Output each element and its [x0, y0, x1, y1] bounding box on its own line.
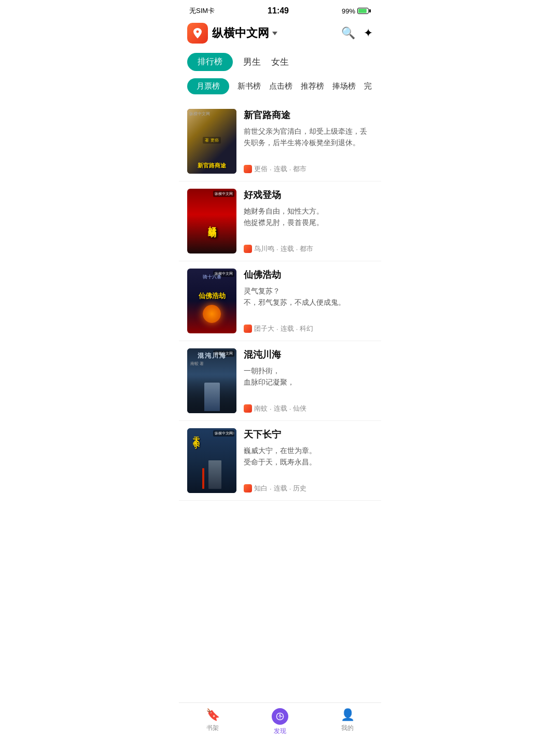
carrier-text: 无SIM卡: [189, 6, 215, 16]
filter-tab-monthly[interactable]: 月票榜: [187, 78, 229, 94]
cover3-moon: [203, 305, 221, 323]
time-text: 11:49: [268, 6, 289, 16]
chevron-down-icon: [272, 32, 277, 35]
svg-marker-3: [279, 716, 281, 720]
book-info-1: 新官路商途 前世父亲为官清白，却受上级牵连，丢失职务，后半生将冷板凳坐到退休。 …: [244, 109, 373, 174]
book-cover-4: 纵横中文网 混沌川海 南蛟 著: [187, 348, 236, 413]
book-status-1: 连载: [274, 164, 287, 174]
book-meta-1: 更俗 · 连载 · 都市: [244, 164, 373, 174]
book-author-2: 鸟川鸣: [254, 244, 274, 254]
book-info-3: 仙佛浩劫 灵气复苏？不，邪气复苏，不成人便成鬼。 团子大 · 连载 · 科幻: [244, 269, 373, 333]
book-status-2: 连载: [281, 244, 294, 254]
nav-item-bookshelf[interactable]: 🔖 书架: [194, 708, 231, 736]
book-meta-5: 知白 · 连载 · 历史: [244, 484, 373, 493]
book-status-5: 连载: [274, 484, 287, 493]
app-logo: [187, 23, 208, 44]
book-desc-2: 她财务自由，知性大方。他捉襟见肘，畏首畏尾。: [244, 205, 373, 239]
filter-tab-ranking[interactable]: 排行榜: [187, 53, 233, 71]
meta-logo-4: [244, 404, 252, 413]
book-author-4: 南蚊: [254, 404, 268, 413]
filter-tab-female[interactable]: 女生: [271, 56, 289, 68]
book-cover-5: 纵横中文网 天下长宁 Vol.8: [187, 428, 236, 493]
user-icon: 👤: [341, 708, 355, 722]
book-status-4: 连载: [274, 404, 287, 413]
filter-tab-support[interactable]: 捧场榜: [332, 81, 356, 91]
header-left: 纵横中文网: [187, 23, 277, 44]
grid-icon[interactable]: ✦: [363, 26, 373, 40]
battery-icon: [357, 8, 371, 14]
nav-label-mine: 我的: [341, 724, 354, 733]
book-title-2: 好戏登场: [244, 189, 373, 201]
list-item[interactable]: 纵横中文网 著 更俗 新官路商途 新官路商途 前世父亲为官清白，却受上级牵连，丢…: [179, 102, 381, 181]
book-title-3: 仙佛浩劫: [244, 269, 373, 281]
filter-row-2: 月票榜 新书榜 点击榜 推荐榜 捧场榜 完: [179, 74, 381, 100]
filter-tab-male[interactable]: 男生: [243, 56, 261, 68]
compass-icon: [272, 708, 288, 725]
app-name[interactable]: 纵横中文网: [212, 25, 277, 41]
status-bar: 无SIM卡 11:49 99%: [179, 0, 381, 19]
meta-logo-5: [244, 484, 252, 492]
meta-logo-1: [244, 165, 252, 173]
book-cover-2: 纵横中文网 好戏登场: [187, 189, 236, 254]
book-meta-4: 南蚊 · 连载 · 仙侠: [244, 404, 373, 413]
book-desc-4: 一朝扑街，血脉印记凝聚，: [244, 365, 373, 399]
book-title-1: 新官路商途: [244, 109, 373, 121]
book-genre-4: 仙侠: [293, 404, 306, 413]
book-author-1: 更俗: [254, 164, 268, 174]
book-cover-3: 纵横中文网 骑十六番 仙佛浩劫: [187, 269, 236, 333]
bookshelf-icon: 🔖: [206, 708, 220, 722]
list-item[interactable]: 纵横中文网 骑十六番 仙佛浩劫 仙佛浩劫 灵气复苏？不，邪气复苏，不成人便成鬼。…: [179, 261, 381, 341]
book-info-4: 混沌川海 一朝扑街，血脉印记凝聚， 南蚊 · 连载 · 仙侠: [244, 348, 373, 413]
nav-item-mine[interactable]: 👤 我的: [329, 708, 366, 736]
book-status-3: 连载: [281, 324, 294, 333]
search-icon[interactable]: 🔍: [341, 26, 355, 40]
book-genre-5: 历史: [293, 484, 306, 493]
book-title-5: 天下长宁: [244, 428, 373, 441]
book-genre-3: 科幻: [300, 324, 313, 333]
book-desc-1: 前世父亲为官清白，却受上级牵连，丢失职务，后半生将冷板凳坐到退休。: [244, 125, 373, 159]
nav-label-bookshelf: 书架: [206, 724, 219, 733]
list-item[interactable]: 纵横中文网 天下长宁 Vol.8 天下长宁 巍威大宁，在世为章。受命于天，既寿永…: [179, 421, 381, 501]
book-cover-1: 纵横中文网 著 更俗 新官路商途: [187, 109, 236, 174]
book-list: 纵横中文网 著 更俗 新官路商途 新官路商途 前世父亲为官清白，却受上级牵连，丢…: [179, 100, 381, 503]
list-item[interactable]: 纵横中文网 好戏登场 好戏登场 她财务自由，知性大方。他捉襟见肘，畏首畏尾。 鸟…: [179, 181, 381, 261]
svg-marker-4: [276, 716, 280, 717]
book-desc-5: 巍威大宁，在世为章。受命于天，既寿永昌。: [244, 445, 373, 478]
filter-row-1: 排行榜 男生 女生: [179, 50, 381, 74]
book-info-5: 天下长宁 巍威大宁，在世为章。受命于天，既寿永昌。 知白 · 连载 · 历史: [244, 428, 373, 493]
battery-area: 99%: [342, 7, 371, 15]
nav-item-discover[interactable]: 发现: [262, 708, 298, 736]
svg-marker-2: [280, 716, 284, 717]
book-info-2: 好戏登场 她财务自由，知性大方。他捉襟见肘，畏首畏尾。 鸟川鸣 · 连载 · 都…: [244, 189, 373, 254]
filter-tab-complete[interactable]: 完: [364, 81, 372, 91]
filter-tab-recommend[interactable]: 推荐榜: [301, 81, 324, 91]
book-genre-1: 都市: [293, 164, 306, 174]
book-author-5: 知白: [254, 484, 268, 493]
svg-marker-1: [279, 713, 281, 716]
book-title-4: 混沌川海: [244, 348, 373, 361]
filter-tab-clicks[interactable]: 点击榜: [269, 81, 292, 91]
book-meta-3: 团子大 · 连载 · 科幻: [244, 324, 373, 333]
battery-percent: 99%: [342, 7, 355, 15]
book-desc-3: 灵气复苏？不，邪气复苏，不成人便成鬼。: [244, 285, 373, 319]
meta-logo-3: [244, 325, 252, 333]
book-meta-2: 鸟川鸣 · 连载 · 都市: [244, 244, 373, 254]
nav-label-discover: 发现: [274, 727, 286, 736]
app-header: 纵横中文网 🔍 ✦: [179, 19, 381, 50]
header-right: 🔍 ✦: [341, 26, 373, 40]
filter-tab-newbooks[interactable]: 新书榜: [237, 81, 261, 91]
book-author-3: 团子大: [254, 324, 274, 333]
book-genre-2: 都市: [300, 244, 313, 254]
bottom-nav: 🔖 书架 发现 👤 我的: [179, 702, 381, 746]
list-item[interactable]: 纵横中文网 混沌川海 南蛟 著 混沌川海 一朝扑街，血脉印记凝聚， 南蚊 · 连…: [179, 341, 381, 421]
meta-logo-2: [244, 245, 252, 253]
